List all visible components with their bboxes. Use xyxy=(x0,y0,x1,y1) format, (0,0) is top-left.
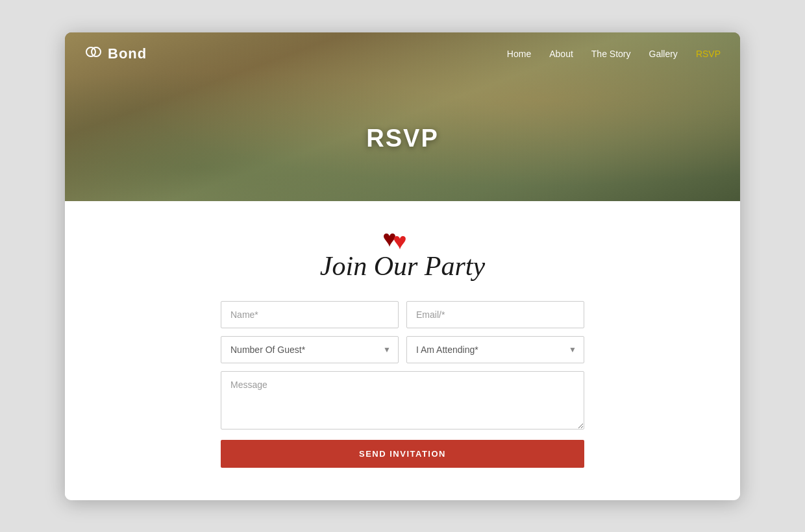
nav-item-rsvp[interactable]: RSVP xyxy=(696,48,721,60)
nav-link-gallery[interactable]: Gallery xyxy=(649,49,678,59)
heart-icon-2: ♥ xyxy=(393,230,406,253)
nav-item-about[interactable]: About xyxy=(549,48,573,60)
logo[interactable]: Bond xyxy=(84,44,147,64)
nav-links: Home About The Story Gallery RSVP xyxy=(507,48,721,60)
hero-title: RSVP xyxy=(65,76,740,201)
main-content: ♥ ♥ Join Our Party Number Of Guest* 1 xyxy=(65,201,740,500)
attending-select-wrapper: I Am Attending* Yes No Maybe ▼ xyxy=(406,336,584,363)
message-textarea[interactable] xyxy=(221,371,584,429)
logo-icon xyxy=(84,44,103,64)
nav-item-gallery[interactable]: Gallery xyxy=(649,48,678,60)
rsvp-form: Number Of Guest* 1 2 3 4 5+ ▼ I Am Atten… xyxy=(221,301,584,468)
nav-link-story[interactable]: The Story xyxy=(591,49,631,59)
nav-item-home[interactable]: Home xyxy=(507,48,531,60)
form-row-guests-attending: Number Of Guest* 1 2 3 4 5+ ▼ I Am Atten… xyxy=(221,336,584,363)
hearts-decoration: ♥ ♥ xyxy=(382,227,422,250)
send-invitation-button[interactable]: SEND INVITATION xyxy=(221,440,584,468)
attending-select[interactable]: I Am Attending* Yes No Maybe xyxy=(406,336,584,363)
name-input[interactable] xyxy=(221,301,399,328)
section-title: Join Our Party xyxy=(320,251,485,281)
form-row-name-email xyxy=(221,301,584,328)
navbar: Bond Home About The Story Gallery RSVP xyxy=(65,32,740,76)
nav-item-story[interactable]: The Story xyxy=(591,48,631,60)
nav-link-about[interactable]: About xyxy=(549,49,573,59)
guests-select[interactable]: Number Of Guest* 1 2 3 4 5+ xyxy=(221,336,399,363)
email-input[interactable] xyxy=(406,301,584,328)
section-header: ♥ ♥ Join Our Party xyxy=(84,227,721,282)
hero-section: Bond Home About The Story Gallery RSVP xyxy=(65,32,740,201)
nav-link-home[interactable]: Home xyxy=(507,49,531,59)
hero-title-text: RSVP xyxy=(366,125,438,152)
nav-link-rsvp[interactable]: RSVP xyxy=(696,49,721,59)
guests-select-wrapper: Number Of Guest* 1 2 3 4 5+ ▼ xyxy=(221,336,399,363)
brand-name: Bond xyxy=(108,45,147,62)
browser-window: Bond Home About The Story Gallery RSVP xyxy=(65,32,740,500)
